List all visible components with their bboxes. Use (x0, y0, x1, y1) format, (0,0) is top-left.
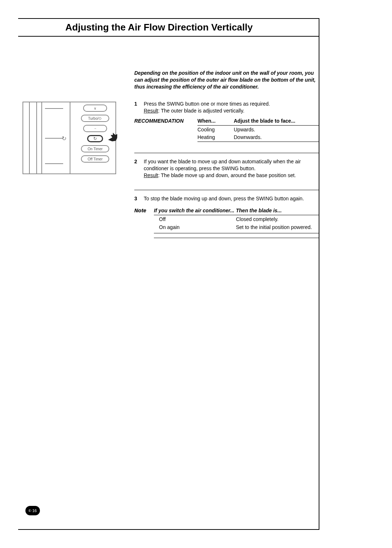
remote-column-1 (29, 102, 37, 174)
diagram-line (45, 163, 63, 164)
rec-when: Cooling (197, 126, 234, 133)
rec-adjust: Upwards. (234, 126, 319, 133)
rec-adjust: Downwards. (234, 134, 319, 141)
clock-icon: ⏲ (98, 116, 102, 120)
turbo-button: Turbo/ ⏲ (81, 115, 109, 122)
divider (154, 238, 319, 238)
off-timer-button: Off Timer (81, 155, 109, 163)
remote-diagram: ↻ ∨ Turbo/ ⏲ ∙∙∙ ↻ On Timer Off Timer (23, 102, 116, 174)
turbo-label: Turbo/ (88, 116, 99, 120)
result-text: : The blade move up and down, around the… (158, 172, 296, 178)
step-2: 2 If you want the blade to move up and d… (134, 158, 319, 179)
table-row: Off Closed completely. (154, 215, 319, 224)
on-timer-button: On Timer (81, 145, 109, 152)
recommendation-label: RECOMMENDATION (134, 118, 197, 124)
page-number-badge: E-16 (25, 506, 40, 515)
rec-head-adjust: Adjust the blade to face... (234, 118, 319, 124)
step-1: 1 Press the SWING button one or more tim… (134, 101, 319, 114)
dots-icon: ∙∙∙ (94, 127, 96, 130)
table-row: On again Set to the initial position pow… (154, 223, 319, 233)
recommendation-table: When... Adjust the blade to face... Cool… (197, 118, 319, 142)
rec-when: Heating (197, 134, 234, 141)
step-text: If you want the blade to move up and dow… (144, 159, 301, 171)
result-label: Result (144, 172, 158, 178)
step-body: To stop the blade moving up and down, pr… (144, 195, 319, 202)
page-number: 16 (32, 508, 37, 513)
note-label: Note (134, 207, 154, 214)
title-bar: Adjusting the Air Flow Direction Vertica… (18, 18, 319, 37)
step-text: To stop the blade moving up and down, pr… (144, 196, 304, 201)
note-if: On again (154, 224, 236, 231)
step-number: 3 (134, 195, 144, 202)
step-number: 1 (134, 101, 144, 114)
step-body: If you want the blade to move up and dow… (144, 158, 319, 179)
step-3: 3 To stop the blade moving up and down, … (134, 195, 319, 202)
note-head-then: Then the blade is... (236, 207, 319, 214)
result-text: : The outer blade is adjusted vertically… (158, 108, 245, 114)
note-table: If you switch the air conditioner... The… (154, 207, 319, 238)
content-area: Depending on the position of the indoor … (134, 70, 319, 238)
recommendation-header: When... Adjust the blade to face... (197, 118, 319, 126)
note-block: Note If you switch the air conditioner..… (134, 207, 319, 238)
diagram-line (45, 138, 63, 139)
note-header: If you switch the air conditioner... The… (154, 207, 319, 215)
divider (134, 153, 319, 153)
step-text: Press the SWING button one or more times… (144, 101, 270, 107)
note-then: Closed completely. (236, 216, 319, 223)
swing-button: ↻ (87, 135, 103, 142)
page-title: Adjusting the Air Flow Direction Vertica… (65, 22, 319, 33)
rec-head-when: When... (197, 118, 234, 124)
page-prefix: E- (29, 509, 32, 512)
note-if: Off (154, 216, 236, 223)
note-then: Set to the initial position powered. (236, 224, 319, 231)
diagram-line (45, 108, 63, 109)
swing-arrow-icon: ↻ (93, 136, 97, 141)
dots-button: ∙∙∙ (83, 125, 107, 132)
recommendation-block: RECOMMENDATION When... Adjust the blade … (134, 118, 319, 142)
step-body: Press the SWING button one or more times… (144, 101, 319, 114)
result-label: Result (144, 108, 158, 114)
step-number: 2 (134, 158, 144, 179)
table-row: Heating Downwards. (197, 133, 319, 142)
divider (134, 190, 319, 190)
down-arrow-button: ∨ (83, 105, 107, 112)
table-row: Cooling Upwards. (197, 126, 319, 133)
intro-paragraph: Depending on the position of the indoor … (134, 70, 319, 90)
swing-icon: ↻ (62, 135, 66, 142)
note-head-if: If you switch the air conditioner... (154, 207, 236, 214)
